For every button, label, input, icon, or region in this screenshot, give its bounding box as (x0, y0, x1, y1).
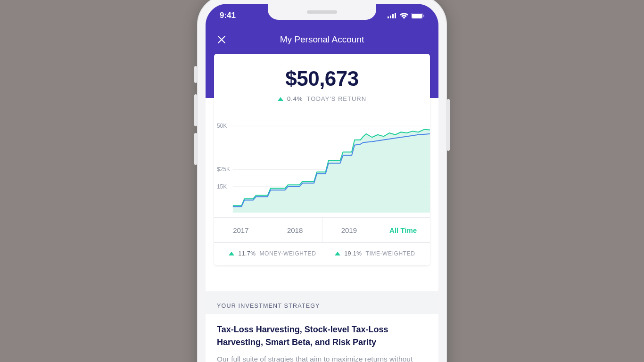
side-button (194, 133, 197, 165)
balance-block: $50,673 0.4% TODAY'S RETURN (214, 54, 430, 107)
phone-notch (268, 4, 376, 20)
side-button (194, 66, 197, 83)
svg-rect-6 (423, 15, 424, 17)
time-weighted: 19.1% TIME-WEIGHTED (335, 250, 415, 257)
time-weighted-pct: 19.1% (344, 250, 362, 257)
up-arrow-icon (278, 97, 283, 101)
svg-text:$25K: $25K (217, 166, 230, 173)
up-arrow-icon (335, 252, 340, 255)
timerange-tab-all-time[interactable]: All Time (376, 218, 430, 242)
strategy-card[interactable]: Tax-Loss Harvesting, Stock-level Tax-Los… (206, 314, 438, 362)
side-button (447, 99, 450, 151)
svg-rect-0 (388, 16, 389, 18)
phone-screen: 9:41 My Personal Account $50,673 0. (206, 4, 438, 362)
time-weighted-label: TIME-WEIGHTED (365, 250, 415, 257)
battery-icon (411, 13, 424, 19)
balance-value: $50,673 (223, 67, 421, 90)
status-time: 9:41 (220, 11, 236, 20)
svg-rect-1 (390, 16, 391, 18)
svg-rect-3 (395, 13, 396, 18)
account-card: $50,673 0.4% TODAY'S RETURN 50K$25K15K 2… (214, 54, 430, 265)
timerange-tab-2018[interactable]: 2018 (268, 218, 322, 242)
svg-rect-5 (412, 14, 422, 18)
side-button (194, 94, 197, 126)
svg-text:15K: 15K (217, 183, 227, 190)
strategy-description: Our full suite of stragies that aim to m… (217, 354, 427, 362)
page-title: My Personal Account (206, 34, 438, 45)
today-return-label: TODAY'S RETURN (307, 95, 367, 102)
today-return: 0.4% TODAY'S RETURN (223, 95, 421, 102)
performance-row: 11.7% MONEY-WEIGHTED 19.1% TIME-WEIGHTED (214, 243, 430, 265)
svg-rect-2 (392, 14, 394, 18)
signal-icon (388, 13, 397, 18)
strategy-title: Tax-Loss Harvesting, Stock-level Tax-Los… (217, 323, 427, 349)
up-arrow-icon (229, 252, 234, 255)
performance-chart[interactable]: 50K$25K15K (214, 114, 430, 217)
today-return-pct: 0.4% (287, 95, 303, 102)
timerange-tab-2017[interactable]: 2017 (214, 218, 268, 242)
wifi-icon (400, 13, 408, 19)
timerange-tab-2019[interactable]: 2019 (322, 218, 377, 242)
phone-frame: 9:41 My Personal Account $50,673 0. (197, 0, 447, 362)
status-indicators (388, 13, 424, 19)
money-weighted-pct: 11.7% (238, 250, 256, 257)
money-weighted-label: MONEY-WEIGHTED (259, 250, 316, 257)
money-weighted: 11.7% MONEY-WEIGHTED (229, 250, 316, 257)
strategy-section-header: YOUR INVESTMENT STRATEGY (206, 291, 438, 314)
svg-text:50K: 50K (217, 123, 227, 129)
timerange-tabs: 201720182019All Time (214, 217, 430, 243)
